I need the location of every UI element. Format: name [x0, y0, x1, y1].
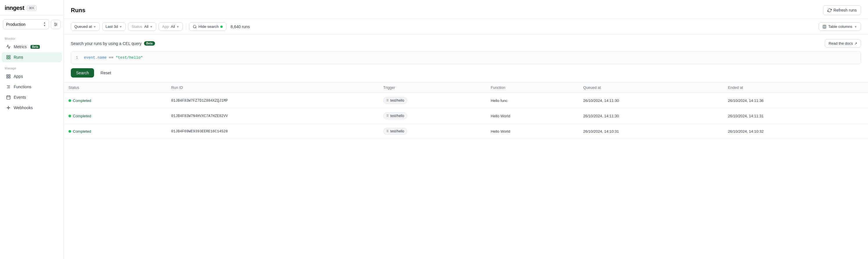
svg-rect-8 [7, 57, 8, 59]
runs-count: 8,640 runs [230, 24, 250, 29]
chevron-down-icon: ▼ [119, 25, 122, 28]
filters-bar: Queued at ▼ Last 3d ▼ Status All ▼ App A… [64, 19, 868, 34]
table-row[interactable]: Completed 01JB4F83W7FZ7D1Z884XZQJ1MP ⠿ t… [64, 93, 868, 108]
hide-search-label: Hide search [198, 24, 219, 29]
beta-badge: Beta [30, 45, 40, 49]
status-dot-0 [68, 99, 71, 102]
sidebar-item-functions-label: Functions [13, 85, 31, 89]
sidebar-item-webhooks[interactable]: Webhooks [2, 103, 62, 113]
runs-icon [6, 55, 11, 60]
trigger-badge-1: ⠿ test/hello [383, 112, 407, 119]
chevron-down-icon: ▼ [176, 25, 179, 28]
main-content: Runs Refresh runs Queued at ▼ Last 3d ▼ … [64, 0, 868, 259]
status-filter-prefix: Status [131, 24, 142, 29]
code-editor[interactable]: 1 event.name == "test/hello" [71, 51, 861, 64]
search-button[interactable]: Search [71, 68, 94, 78]
trigger-dots-icon: ⠿ [386, 130, 389, 133]
trigger-badge-0: ⠿ test/hello [383, 97, 407, 104]
app-filter[interactable]: App All ▼ [158, 22, 183, 31]
sidebar-item-functions[interactable]: Functions [2, 82, 62, 92]
col-ended-at: Ended at [723, 83, 868, 93]
period-label: Last 3d [106, 24, 118, 29]
search-panel-header: Search your runs by using a CEL query Be… [71, 39, 861, 48]
svg-rect-11 [9, 75, 10, 76]
queued-at-label: Queued at [74, 24, 92, 29]
functions-icon [6, 84, 11, 89]
logo-text: inngest [5, 5, 24, 11]
monitor-section-label: Monitor [0, 33, 64, 41]
sidebar: inngest ⌘K Production ▲ ▼ Monitor [0, 0, 64, 259]
search-panel: Search your runs by using a CEL query Be… [64, 34, 868, 83]
col-status: Status [64, 83, 167, 93]
table-columns-button[interactable]: Table columns ▼ [819, 22, 861, 31]
cell-trigger-0: ⠿ test/hello [378, 93, 486, 108]
cell-trigger-1: ⠿ test/hello [378, 108, 486, 124]
webhooks-icon [6, 105, 11, 110]
sidebar-item-webhooks-label: Webhooks [13, 106, 33, 110]
svg-rect-6 [7, 55, 8, 57]
sidebar-item-events[interactable]: Events [2, 92, 62, 102]
svg-point-21 [8, 107, 9, 108]
table-columns-label: Table columns [828, 24, 852, 29]
svg-point-22 [193, 25, 196, 28]
cell-function-2: Hello World [486, 124, 579, 139]
columns-icon [823, 25, 827, 29]
cell-run-id-1: 01JB4F83W7N4HVXC7A7HZE82VV [167, 108, 379, 124]
sidebar-item-events-label: Events [13, 95, 26, 99]
table-row[interactable]: Completed 01JB4F83W7N4HVXC7A7HZE82VV ⠿ t… [64, 108, 868, 124]
col-run-id: Run ID [167, 83, 379, 93]
keyboard-shortcut[interactable]: ⌘K [27, 5, 37, 11]
svg-rect-9 [9, 57, 10, 59]
sliders-icon [54, 22, 58, 27]
cell-function-1: Hello World [486, 108, 579, 124]
svg-rect-10 [7, 75, 8, 76]
environment-dropdown[interactable]: Production ▲ ▼ [3, 19, 49, 29]
col-queued-at: Queued at [579, 83, 723, 93]
chevron-updown-icon: ▲ ▼ [43, 22, 46, 27]
runs-table: Status Run ID Trigger Function Queued at… [64, 83, 868, 139]
queued-at-filter[interactable]: Queued at ▼ [71, 22, 100, 31]
external-link-icon: ↗ [855, 41, 857, 46]
cell-run-id-0: 01JB4F83W7FZ7D1Z884XZQJ1MP [167, 93, 379, 108]
env-settings-button[interactable] [51, 20, 61, 29]
search-icon [193, 25, 197, 29]
search-title-text: Search your runs by using a CEL query [71, 41, 142, 46]
chevron-down-icon: ▼ [93, 25, 96, 28]
status-text-1: Completed [73, 114, 91, 118]
refresh-runs-button[interactable]: Refresh runs [823, 5, 861, 15]
app-filter-value: All [171, 24, 175, 29]
svg-rect-12 [7, 77, 8, 78]
run-id-value-1: 01JB4F83W7N4HVXC7A7HZE82VV [171, 114, 228, 118]
app-filter-prefix: App [162, 24, 169, 29]
status-text-0: Completed [73, 98, 91, 103]
code-string: "test/hello" [116, 55, 143, 60]
sidebar-item-apps[interactable]: Apps [2, 71, 62, 81]
trigger-dots-icon: ⠿ [386, 114, 389, 118]
refresh-icon [827, 8, 832, 12]
sidebar-item-runs[interactable]: Runs [2, 52, 62, 62]
page-title: Runs [71, 7, 85, 13]
svg-point-4 [56, 24, 57, 25]
hide-search-button[interactable]: Hide search [189, 22, 226, 31]
search-active-indicator [220, 26, 223, 28]
main-header: Runs Refresh runs [64, 0, 868, 19]
sidebar-item-metrics[interactable]: Metrics Beta [2, 42, 62, 52]
read-docs-button[interactable]: Read the docs ↗ [825, 39, 861, 48]
read-docs-label: Read the docs [829, 41, 853, 46]
code-keyword: event.name [84, 55, 106, 60]
period-filter[interactable]: Last 3d ▼ [102, 22, 126, 31]
svg-point-3 [55, 23, 56, 24]
cell-trigger-2: ⠿ test/hello [378, 124, 486, 139]
reset-button[interactable]: Reset [96, 68, 115, 78]
status-filter[interactable]: Status All ▼ [128, 22, 156, 31]
search-beta-badge: Beta [144, 41, 155, 46]
run-id-value-0: 01JB4F83W7FZ7D1Z884XZQJ1MP [171, 99, 228, 103]
metrics-icon [6, 44, 11, 49]
search-panel-title: Search your runs by using a CEL query Be… [71, 41, 155, 46]
code-line-1: 1 event.name == "test/hello" [76, 55, 856, 60]
table-body: Completed 01JB4F83W7FZ7D1Z884XZQJ1MP ⠿ t… [64, 93, 868, 139]
environment-label: Production [6, 22, 26, 27]
svg-rect-24 [823, 25, 826, 28]
manage-section-label: Manage [0, 62, 64, 71]
table-row[interactable]: Completed 01JB4F69WE9393EERE16C14S28 ⠿ t… [64, 124, 868, 139]
